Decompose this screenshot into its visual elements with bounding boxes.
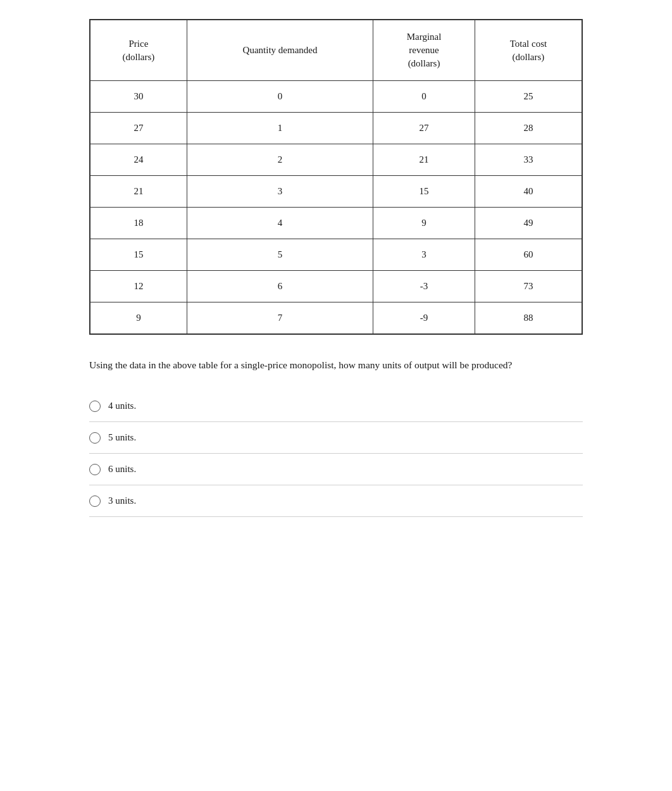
cell-marginal-0: 0 (373, 81, 475, 113)
cell-quantity-3: 3 (187, 176, 373, 208)
cell-total_cost-3: 40 (475, 176, 582, 208)
cell-price-3: 21 (90, 176, 187, 208)
cell-marginal-6: -3 (373, 271, 475, 302)
table-row: 126-373 (90, 271, 582, 302)
cell-total_cost-7: 88 (475, 302, 582, 335)
table-row: 2422133 (90, 144, 582, 176)
cell-price-5: 15 (90, 239, 187, 271)
cell-quantity-2: 2 (187, 144, 373, 176)
radio-opt-4[interactable] (89, 401, 101, 412)
cell-marginal-7: -9 (373, 302, 475, 335)
economics-table: Price(dollars) Quantity demanded Margina… (89, 19, 583, 335)
cell-quantity-0: 0 (187, 81, 373, 113)
cell-marginal-5: 3 (373, 239, 475, 271)
options-container: 4 units.5 units.6 units.3 units. (89, 390, 583, 517)
col-header-price: Price(dollars) (90, 20, 187, 81)
cell-quantity-5: 5 (187, 239, 373, 271)
cell-price-4: 18 (90, 208, 187, 239)
cell-price-0: 30 (90, 81, 187, 113)
table-row: 155360 (90, 239, 582, 271)
cell-quantity-7: 7 (187, 302, 373, 335)
cell-marginal-4: 9 (373, 208, 475, 239)
option-opt-4[interactable]: 4 units. (89, 390, 583, 422)
cell-price-7: 9 (90, 302, 187, 335)
radio-opt-6[interactable] (89, 464, 101, 475)
cell-quantity-1: 1 (187, 113, 373, 144)
cell-marginal-3: 15 (373, 176, 475, 208)
table-row: 97-988 (90, 302, 582, 335)
option-label-opt-5: 5 units. (108, 431, 136, 444)
col-header-total-cost: Total cost(dollars) (475, 20, 582, 81)
col-header-quantity: Quantity demanded (187, 20, 373, 81)
option-label-opt-6: 6 units. (108, 463, 136, 476)
col-header-marginal: Marginalrevenue(dollars) (373, 20, 475, 81)
option-label-opt-3: 3 units. (108, 494, 136, 508)
option-opt-3[interactable]: 3 units. (89, 485, 583, 517)
table-row: 184949 (90, 208, 582, 239)
question-text: Using the data in the above table for a … (89, 358, 583, 373)
cell-total_cost-2: 33 (475, 144, 582, 176)
cell-price-2: 24 (90, 144, 187, 176)
cell-total_cost-1: 28 (475, 113, 582, 144)
option-label-opt-4: 4 units. (108, 399, 136, 413)
cell-total_cost-5: 60 (475, 239, 582, 271)
cell-price-1: 27 (90, 113, 187, 144)
cell-total_cost-4: 49 (475, 208, 582, 239)
radio-opt-5[interactable] (89, 432, 101, 444)
table-row: 300025 (90, 81, 582, 113)
option-opt-5[interactable]: 5 units. (89, 422, 583, 454)
table-row: 2131540 (90, 176, 582, 208)
cell-marginal-1: 27 (373, 113, 475, 144)
radio-opt-3[interactable] (89, 495, 101, 507)
table-row: 2712728 (90, 113, 582, 144)
cell-quantity-4: 4 (187, 208, 373, 239)
cell-total_cost-6: 73 (475, 271, 582, 302)
option-opt-6[interactable]: 6 units. (89, 454, 583, 485)
cell-total_cost-0: 25 (475, 81, 582, 113)
cell-marginal-2: 21 (373, 144, 475, 176)
cell-quantity-6: 6 (187, 271, 373, 302)
cell-price-6: 12 (90, 271, 187, 302)
data-table-container: Price(dollars) Quantity demanded Margina… (89, 19, 583, 335)
